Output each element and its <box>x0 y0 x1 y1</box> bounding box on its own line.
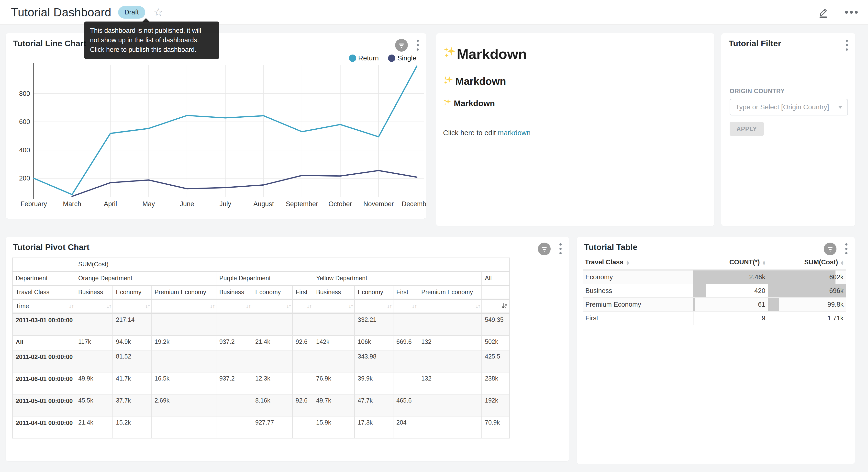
pivot-value-cell: 21.4k <box>75 416 113 438</box>
pivot-department-header: Orange Department <box>75 271 216 286</box>
sort-toggle-icon[interactable]: ↓↑ <box>286 302 291 309</box>
pivot-value-cell: 17.3k <box>354 416 393 438</box>
caret-up-down-icon: ▲▼ <box>626 260 630 265</box>
pivot-class-header: Premium Economy <box>418 286 482 299</box>
pivot-time-label: Time <box>16 302 29 309</box>
favorite-star-icon[interactable]: ☆ <box>154 7 163 18</box>
pivot-class-header <box>482 286 509 299</box>
sort-toggle-icon[interactable]: ↓↑ <box>106 302 111 309</box>
apply-button[interactable]: APPLY <box>730 122 764 136</box>
pivot-value-cell: 21.4k <box>252 335 292 350</box>
pivot-row-label: 2011-04-01 00:00:00 <box>12 416 75 438</box>
travel-class-cell: Business <box>583 284 693 298</box>
value-bar <box>768 312 768 325</box>
tooltip-line: Click here to publish this dashboard. <box>90 45 213 55</box>
sort-toggle-icon[interactable]: ↓↑ <box>210 302 214 309</box>
pivot-row: 2011-06-01 00:00:0049.9k41.7k16.5k937.21… <box>12 372 509 394</box>
pivot-value-cell: 937.2 <box>216 335 252 350</box>
cell-value: 99.8k <box>828 301 843 308</box>
legend-label: Single <box>397 54 416 62</box>
pivot-value-cell <box>75 313 113 336</box>
pivot-value-cell: 2.69k <box>151 394 216 416</box>
x-axis-label: February <box>21 200 47 208</box>
column-header-travel-class[interactable]: Travel Class▲▼ <box>583 256 693 270</box>
pivot-value-cell: 332.21 <box>354 313 393 336</box>
pivot-sort-cell: ↓↑ <box>393 299 418 313</box>
cell-value: 602k <box>829 273 843 281</box>
cell-value: 9 <box>762 315 765 322</box>
pivot-value-cell <box>216 416 252 438</box>
value-bar <box>768 298 779 311</box>
y-axis-label: 800 <box>19 90 30 97</box>
pivot-row: 2011-05-01 00:00:0045.5k37.7k2.69k8.16k9… <box>12 394 509 416</box>
pivot-value-cell: 92.6 <box>292 394 313 416</box>
pivot-value-cell: 49.7k <box>313 394 354 416</box>
table-card-title: Tutorial Table <box>584 242 638 252</box>
chart-menu-icon[interactable] <box>558 242 563 255</box>
more-options-icon[interactable] <box>844 10 858 15</box>
pivot-value-cell: 343.98 <box>354 350 393 372</box>
sort-toggle-icon[interactable]: ↓↑ <box>246 302 250 309</box>
pivot-value-cell <box>292 372 313 394</box>
pivot-value-cell: 465.6 <box>393 394 418 416</box>
pivot-value-cell <box>393 372 418 394</box>
x-axis-label: May <box>143 200 155 208</box>
pivot-value-cell: 47.7k <box>354 394 393 416</box>
sparkles-icon <box>443 98 452 108</box>
sort-descending-icon[interactable] <box>501 303 508 309</box>
table-row: First91.71k <box>583 311 846 325</box>
sort-toggle-icon[interactable]: ↓↑ <box>307 302 311 309</box>
filter-menu-icon[interactable] <box>845 39 849 52</box>
pivot-sort-cell: ↓↑ <box>75 299 113 313</box>
page-title: Tutorial Dashboard <box>11 6 111 19</box>
chart-menu-icon[interactable] <box>844 242 848 255</box>
pivot-value-cell <box>418 416 482 438</box>
pivot-class-header: Economy <box>113 286 151 299</box>
filter-indicator-icon[interactable] <box>824 243 836 255</box>
column-header-sum-cost-[interactable]: SUM(Cost)▲▼ <box>768 256 846 270</box>
pivot-row-label: 2011-05-01 00:00:00 <box>12 394 75 416</box>
legend-item-return[interactable]: Return <box>349 54 379 62</box>
pivot-row-label: 2011-03-01 00:00:00 <box>12 313 75 336</box>
pivot-value-cell <box>151 350 216 372</box>
filter-indicator-icon[interactable] <box>538 243 551 255</box>
pivot-row-label: All <box>12 335 75 350</box>
tooltip-arrow <box>142 18 150 22</box>
pivot-value-cell: 106k <box>354 335 393 350</box>
series-line-single <box>72 171 417 196</box>
dashboard-page: Tutorial Dashboard Draft ☆ This dashboar… <box>0 0 868 472</box>
markdown-h2: Markdown <box>443 75 707 88</box>
draft-tooltip: This dashboard is not published, it will… <box>84 22 219 59</box>
pivot-value-cell <box>151 416 216 438</box>
legend-item-single[interactable]: Single <box>388 54 416 62</box>
column-header-count-[interactable]: COUNT(*)▲▼ <box>693 256 768 270</box>
edit-pencil-icon[interactable] <box>817 6 830 19</box>
caret-up-down-icon: ▲▼ <box>762 260 766 265</box>
pivot-chart-card: Tutorial Pivot Chart SUM(Cost)Department… <box>6 237 569 461</box>
x-axis-label: April <box>104 200 117 208</box>
x-axis-label: November <box>363 200 394 208</box>
x-axis-label: August <box>253 200 274 208</box>
pivot-sort-cell: ↓↑ <box>313 299 354 313</box>
sort-toggle-icon[interactable]: ↓↑ <box>145 302 150 309</box>
pivot-sort-cell: ↓↑ <box>418 299 482 313</box>
sort-toggle-icon[interactable]: ↓↑ <box>475 302 480 309</box>
sort-toggle-icon[interactable]: ↓↑ <box>387 302 392 309</box>
legend-dot <box>349 55 356 62</box>
pivot-value-cell: 39.9k <box>354 372 393 394</box>
x-axis-label: July <box>219 200 231 208</box>
legend-dot <box>388 55 395 62</box>
pivot-value-cell <box>75 350 113 372</box>
origin-country-select[interactable]: Type or Select [Origin Country] <box>730 99 848 115</box>
sort-toggle-icon[interactable]: ↓↑ <box>348 302 353 309</box>
sort-toggle-icon[interactable]: ↓↑ <box>69 302 73 309</box>
draft-badge[interactable]: Draft <box>118 6 145 19</box>
pivot-value-cell: 669.6 <box>393 335 418 350</box>
pivot-value-cell: 41.7k <box>113 372 151 394</box>
pivot-value-cell: 15.9k <box>313 416 354 438</box>
markdown-edit-link[interactable]: markdown <box>498 129 531 137</box>
sort-toggle-icon[interactable]: ↓↑ <box>412 302 416 309</box>
pivot-travel-class-label: Travel Class <box>12 286 75 299</box>
data-table: Travel Class▲▼COUNT(*)▲▼SUM(Cost)▲▼Econo… <box>583 256 846 325</box>
value-bar <box>768 270 835 284</box>
